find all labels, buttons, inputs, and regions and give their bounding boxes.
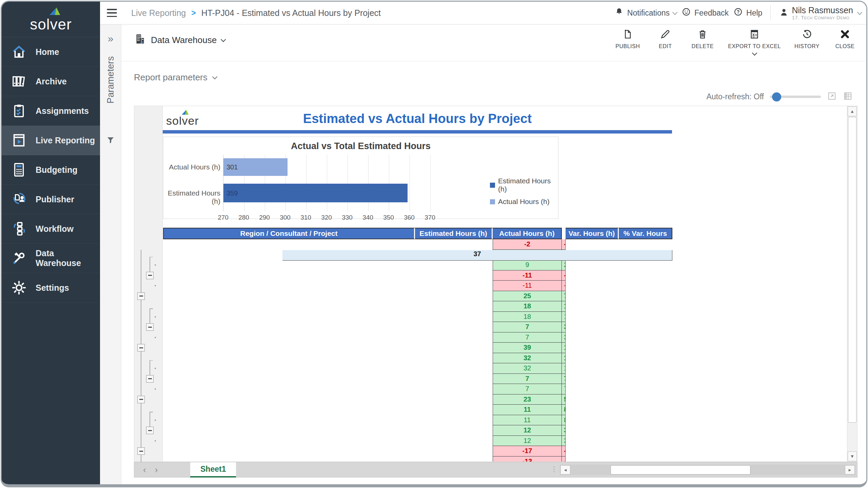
report-viewport: solver Estimated vs Actual Hours by Proj…: [134, 106, 857, 462]
sheet-tab-sheet1[interactable]: Sheet1: [190, 462, 236, 477]
sidebar-item-workflow[interactable]: Workflow: [2, 214, 100, 244]
pct-var-cell: 36.84%: [562, 332, 566, 343]
building-icon: [134, 33, 146, 47]
sidebar-item-live-reporting[interactable]: Live Reporting: [2, 126, 100, 155]
auto-refresh-knob[interactable]: [772, 92, 781, 101]
next-sheet-icon[interactable]: ›: [155, 465, 158, 475]
notifications-button[interactable]: Notifications: [614, 7, 677, 19]
horizontal-scroll-thumb[interactable]: [611, 465, 750, 474]
var-hours-cell: 32: [493, 353, 562, 364]
scroll-left-button[interactable]: ◄: [560, 465, 570, 474]
collapse-group-button[interactable]: [137, 396, 145, 403]
sidebar-item-settings[interactable]: Settings: [2, 273, 100, 303]
outline-connector: [150, 308, 150, 323]
expand-parameters-icon[interactable]: »: [100, 33, 121, 44]
bar-value-label: 359: [226, 189, 238, 197]
solver-logo[interactable]: solver: [2, 2, 100, 37]
pct-var-cell: 138.46%: [562, 312, 566, 322]
auto-refresh-slider[interactable]: [770, 96, 821, 98]
page-title: HT-PJ04 - Estimated vs Actual Hours by P…: [201, 8, 381, 18]
table-row-region: Corporate Canada67442352.27%: [163, 394, 672, 405]
scroll-down-button[interactable]: ▼: [848, 451, 857, 461]
table-row-consultant: Project Consultant PCO0122437-13-35.14%: [163, 456, 672, 462]
table-row-consultant: Project Consultant PCO0342132-11-34.38%: [163, 270, 672, 281]
data-warehouse-icon: [11, 250, 27, 266]
export-excel-icon: X: [749, 29, 760, 41]
outline-connector: [150, 360, 150, 375]
outline-connector: [150, 257, 150, 272]
grid-view-icon[interactable]: [843, 91, 853, 102]
var-hours-cell: 39: [493, 343, 562, 353]
var-hours-cell: -2: [493, 239, 562, 250]
outline-connector: [141, 455, 141, 462]
table-row-consultant: Project Consultant PCO0631710770.00%: [163, 374, 672, 384]
outline-level-dot: [155, 420, 156, 421]
collapse-group-button[interactable]: [137, 344, 145, 351]
title-rule: [163, 130, 672, 134]
report-table: Region / Consultant / ProjectEstimated H…: [163, 228, 672, 462]
pct-var-cell: -34.38%: [562, 281, 566, 291]
bar-estimated-hours-h: 359: [223, 184, 408, 202]
x-tick-label: 350: [381, 214, 396, 221]
filter-funnel-icon[interactable]: [100, 136, 121, 145]
vertical-scroll-thumb[interactable]: [848, 117, 856, 423]
sidebar-item-home[interactable]: Home: [2, 37, 100, 67]
table-row-consultant: Project Consultant PCO0622619736.84%: [163, 322, 672, 332]
help-button[interactable]: ? Help: [733, 7, 762, 19]
edit-icon: [660, 29, 671, 41]
horizontal-scrollbar[interactable]: ◄ ►: [560, 465, 855, 475]
breadcrumb-section[interactable]: Live Reporting: [131, 8, 186, 18]
outline-connector: [141, 403, 141, 448]
publisher-icon: [11, 191, 27, 207]
close-button[interactable]: CLOSE: [833, 29, 857, 55]
x-tick-label: 280: [236, 214, 251, 221]
sidebar-item-assignments[interactable]: Assignments: [2, 96, 100, 126]
sidebar-item-archive[interactable]: Archive: [2, 67, 100, 96]
outline-level-dot: [155, 368, 156, 369]
feedback-button[interactable]: Feedback: [682, 7, 729, 19]
collapse-subgroup-button[interactable]: [146, 375, 154, 383]
hamburger-menu-icon[interactable]: [107, 9, 117, 17]
collapse-group-button[interactable]: [137, 292, 145, 300]
svg-text:?: ?: [737, 9, 740, 15]
user-chevron-down-icon[interactable]: [857, 9, 863, 15]
prev-sheet-icon[interactable]: ‹: [143, 465, 146, 475]
pct-var-cell: 38.71%: [562, 436, 566, 446]
chevron-down-icon: [672, 9, 678, 15]
workflow-icon: [11, 221, 27, 237]
sidebar-item-publisher[interactable]: Publisher: [2, 185, 100, 214]
var-hours-cell: 18: [493, 301, 562, 312]
var-hours-cell: 12: [493, 425, 562, 436]
var-hours-cell: 7: [493, 322, 562, 332]
publish-button[interactable]: PUBLISH: [615, 29, 640, 55]
table-row-region: Corporate 016567-2-2.99%: [163, 239, 672, 250]
chart-title: Actual vs Total Estimated Hours: [163, 141, 558, 151]
collapse-subgroup-button[interactable]: [146, 427, 154, 434]
edit-button[interactable]: EDIT: [653, 29, 677, 55]
scroll-right-button[interactable]: ►: [845, 465, 855, 474]
report-canvas: solver Estimated vs Actual Hours by Proj…: [163, 106, 847, 462]
vertical-scrollbar[interactable]: ▲ ▼: [847, 106, 857, 462]
x-tick-label: 360: [402, 214, 417, 221]
data-source-selector[interactable]: Data Warehouse: [134, 33, 225, 47]
collapse-subgroup-button[interactable]: [146, 323, 154, 331]
collapse-subgroup-button[interactable]: [146, 272, 154, 279]
pct-var-cell: -34.38%: [562, 270, 566, 281]
user-menu[interactable]: Nils Rasmussen 17. Tech Company Demo: [779, 6, 853, 20]
scroll-up-button[interactable]: ▲: [848, 106, 857, 116]
var-hours-cell: 12: [493, 436, 562, 446]
export-to-excel-button[interactable]: XEXPORT TO EXCEL: [728, 29, 781, 55]
report-parameters-toggle[interactable]: Report parameters: [134, 72, 217, 83]
sidebar-item-budgeting[interactable]: Budgeting: [2, 155, 100, 185]
collapse-group-button[interactable]: [137, 447, 145, 455]
column-header: Estimated Hours (h): [415, 228, 493, 239]
outline-connector: [150, 412, 153, 412]
sidebar: solver HomeArchiveAssignmentsLive Report…: [2, 2, 100, 484]
breadcrumb-separator-icon: >: [191, 8, 196, 18]
history-button[interactable]: HISTORY: [794, 29, 820, 55]
pct-var-cell: 70.00%: [562, 384, 566, 394]
delete-button[interactable]: DELETE: [691, 29, 714, 55]
expand-report-icon[interactable]: [827, 91, 837, 102]
sidebar-item-data-warehouse[interactable]: Data Warehouse: [2, 244, 100, 273]
report-title: Estimated vs Actual Hours by Project: [163, 111, 672, 126]
